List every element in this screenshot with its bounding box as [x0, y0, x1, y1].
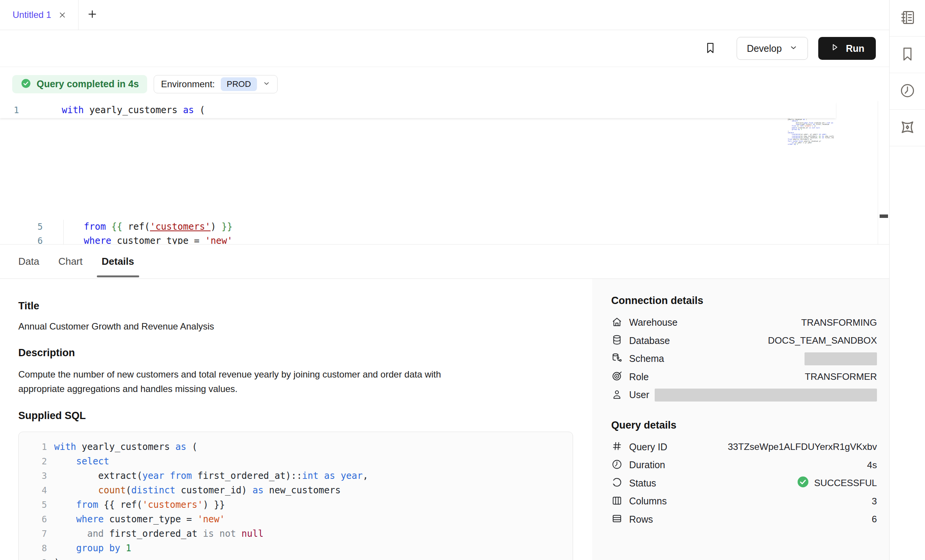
sidebar-button-copilot-sparkle[interactable] [890, 110, 925, 146]
clock-icon [899, 82, 916, 101]
tab-title: Untitled 1 [13, 10, 51, 20]
environment-value-badge: PROD [221, 77, 257, 91]
spinner-icon [611, 477, 623, 490]
line-number: 5 [19, 500, 47, 510]
connection-details-heading: Connection details [611, 295, 877, 307]
title-value: Annual Customer Growth and Revenue Analy… [18, 321, 592, 332]
play-icon [830, 42, 840, 54]
sidebar-button-notebook[interactable] [890, 0, 925, 37]
line-number: 8 [19, 543, 47, 553]
code-line: 5 from {{ ref('customers') }} [0, 220, 836, 234]
editor-lines: 5 from {{ ref('customers') }}6 where cus… [0, 220, 836, 244]
detail-label: Schema [629, 353, 664, 364]
bookmark-query-button[interactable] [704, 42, 717, 56]
columns-icon [611, 495, 623, 508]
tab-untitled-1[interactable]: Untitled 1 [0, 0, 79, 30]
code-line: with yearly_customers as ( [62, 105, 205, 115]
environment-selector[interactable]: Environment: PROD [154, 75, 278, 93]
results-tab-strip: DataChartDetails [0, 244, 889, 279]
plus-icon [87, 8, 98, 21]
query-status-row: Query completed in 4s Environment: PROD [0, 67, 889, 101]
sidebar-button-clock[interactable] [890, 73, 925, 110]
results-tab-data[interactable]: Data [18, 245, 39, 278]
role-target-icon [611, 370, 623, 383]
title-heading: Title [18, 300, 592, 312]
detail-value: DOCS_TEAM_SANDBOX [768, 335, 877, 346]
detail-row: User [611, 386, 877, 404]
detail-label: Status [629, 478, 656, 489]
scrollbar-thumb[interactable] [880, 214, 888, 218]
warehouse-house-icon [611, 316, 623, 329]
detail-value: TRANSFORMING [801, 317, 877, 328]
line-number: 6 [19, 514, 47, 524]
notebook-icon [899, 9, 916, 27]
run-query-button[interactable]: Run [818, 37, 876, 60]
query-status-pill: Query completed in 4s [12, 75, 147, 93]
sql-code-line: 1with yearly_customers as ( [19, 440, 573, 454]
new-tab-button[interactable] [79, 0, 106, 30]
line-number: 2 [19, 456, 47, 466]
database-icon [611, 334, 623, 347]
detail-value: TRANSFORMER [805, 371, 877, 382]
redacted-value [805, 352, 877, 365]
sticky-code-line: 1 with yearly_customers as ( [0, 102, 836, 118]
editor-scrollbar[interactable] [878, 101, 889, 244]
editor-tab-bar: Untitled 1 [0, 0, 889, 30]
query-details-heading: Query details [611, 419, 877, 431]
schema-icon [611, 352, 623, 365]
sql-code-line: 5 from {{ ref('customers') }} [19, 498, 573, 512]
rows-icon [611, 513, 623, 526]
develop-mode-dropdown[interactable]: Develop [737, 37, 808, 60]
detail-label: Role [629, 371, 649, 382]
detail-row: Columns3 [611, 492, 877, 510]
description-value: Compute the number of new customers and … [18, 367, 464, 396]
run-label: Run [846, 43, 864, 54]
sql-code-line: 7 and first_ordered_at is not null [19, 526, 573, 541]
detail-label: Query ID [629, 442, 667, 453]
editor-toolbar: Develop Run [0, 30, 889, 67]
detail-row: RoleTRANSFORMER [611, 368, 877, 386]
detail-value: SUCCESSFUL [797, 475, 877, 491]
bookmark-icon [704, 42, 717, 56]
app-root: Untitled 1 Develop [0, 0, 925, 560]
chevron-down-icon [263, 80, 270, 89]
detail-value: 4s [867, 460, 877, 470]
results-tab-details[interactable]: Details [102, 245, 134, 278]
main-area: Untitled 1 Develop [0, 0, 889, 560]
code-line: 6 where customer_type = 'new' [0, 234, 836, 245]
detail-label: Database [629, 335, 670, 346]
detail-value: 6 [872, 514, 877, 525]
line-number: 6 [0, 236, 43, 244]
sql-editor[interactable]: 1 with yearly_customers as ( 5 from {{ r… [0, 101, 889, 244]
results-tab-chart[interactable]: Chart [58, 245, 83, 278]
details-side-column: Connection details WarehouseTRANSFORMING… [592, 279, 889, 560]
user-icon [611, 389, 623, 402]
detail-value: 3 [872, 496, 877, 507]
sql-code-line: 4 count(distinct customer_id) as new_cus… [19, 483, 573, 498]
supplied-sql-block: 1with yearly_customers as (2 select3 ext… [18, 432, 573, 560]
editor-minimap[interactable]: with yearly_customers as ( select extrac… [788, 104, 834, 241]
sidebar-button-bookmark[interactable] [890, 37, 925, 73]
sql-code-line: 9), [19, 555, 573, 560]
line-number: 7 [19, 529, 47, 539]
line-number: 5 [0, 222, 43, 232]
detail-row: Query ID33TZseWpe1ALFDUYerxR1gVKxbv [611, 438, 877, 456]
check-circle-icon [21, 78, 31, 90]
detail-row: WarehouseTRANSFORMING [611, 314, 877, 332]
environment-label: Environment: [161, 79, 215, 90]
hash-icon [611, 440, 623, 453]
bookmark-icon [899, 46, 916, 64]
supplied-sql-heading: Supplied SQL [18, 410, 592, 422]
detail-label: Duration [629, 459, 665, 470]
line-number: 3 [19, 471, 47, 481]
close-icon[interactable] [58, 11, 67, 19]
detail-row: Duration4s [611, 456, 877, 474]
line-number: 4 [19, 485, 47, 495]
details-main-column: Title Annual Customer Growth and Revenue… [0, 279, 592, 560]
query-details-rows: Query ID33TZseWpe1ALFDUYerxR1gVKxbvDurat… [611, 438, 877, 529]
detail-row: Schema [611, 350, 877, 368]
sql-code-line: 3 extract(year from first_ordered_at)::i… [19, 469, 573, 483]
chevron-down-icon [789, 43, 798, 54]
detail-row: DatabaseDOCS_TEAM_SANDBOX [611, 332, 877, 350]
detail-row: Rows6 [611, 510, 877, 529]
